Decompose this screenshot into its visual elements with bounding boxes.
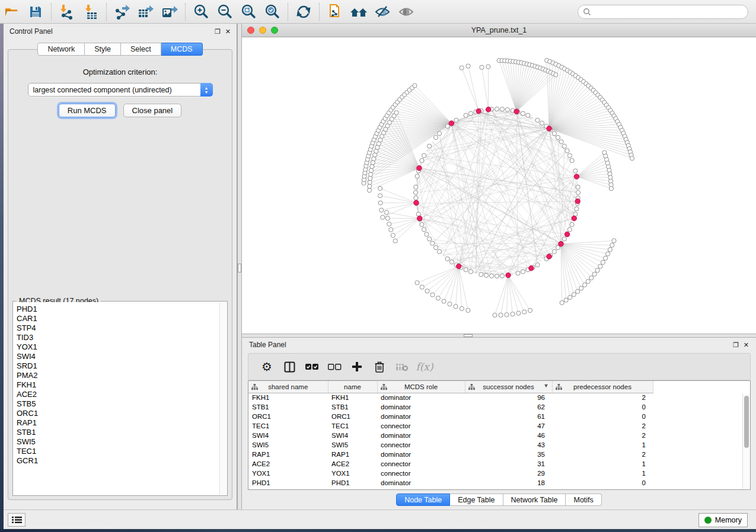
- search-input[interactable]: [591, 8, 748, 16]
- table-cell[interactable]: 1: [552, 459, 653, 469]
- table-cell[interactable]: PHD1: [248, 478, 328, 488]
- table-cell[interactable]: SWI5: [328, 440, 377, 450]
- table-cell[interactable]: 35: [465, 450, 552, 459]
- table-cell[interactable]: YOX1: [328, 469, 377, 478]
- deselect-all-rows-icon[interactable]: [323, 363, 346, 371]
- table-cell[interactable]: SWI4: [248, 431, 328, 440]
- table-cell[interactable]: dominator: [377, 450, 465, 459]
- table-cell[interactable]: 2: [552, 421, 653, 431]
- table-cell[interactable]: ORC1: [328, 412, 377, 421]
- column-header-predecessor-nodes[interactable]: predecessor nodes: [552, 381, 653, 393]
- table-cell[interactable]: FKH1: [328, 393, 377, 402]
- table-cell[interactable]: connector: [377, 440, 465, 450]
- column-header-shared-name[interactable]: shared name: [248, 381, 328, 393]
- tab-node-table[interactable]: Node Table: [396, 493, 450, 506]
- tab-mcds[interactable]: MCDS: [161, 43, 203, 56]
- table-cell[interactable]: ACE2: [248, 459, 328, 469]
- table-cell[interactable]: PHD1: [328, 478, 377, 488]
- mcds-result-item[interactable]: SWI5: [17, 437, 219, 447]
- refresh-network-icon[interactable]: [294, 3, 314, 21]
- table-cell[interactable]: YOX1: [248, 469, 328, 478]
- table-cell[interactable]: 96: [465, 393, 552, 402]
- zoom-fit-icon[interactable]: [238, 3, 259, 21]
- network-canvas[interactable]: [242, 37, 756, 334]
- table-cell[interactable]: ACE2: [328, 459, 377, 469]
- table-options-gear-icon[interactable]: ⚙: [256, 360, 278, 374]
- table-row[interactable]: YOX1YOX1connector291: [248, 469, 741, 478]
- search-field[interactable]: [578, 5, 748, 19]
- table-cell[interactable]: dominator: [377, 393, 465, 402]
- table-cell[interactable]: 2: [552, 450, 653, 459]
- tab-edge-table[interactable]: Edge Table: [450, 493, 503, 506]
- tab-motifs[interactable]: Motifs: [566, 493, 601, 506]
- table-row[interactable]: ORC1ORC1dominator610: [248, 412, 741, 421]
- tab-style[interactable]: Style: [85, 43, 121, 56]
- import-network-icon[interactable]: [57, 3, 77, 21]
- table-cell[interactable]: 47: [465, 421, 552, 431]
- zoom-in-icon[interactable]: [191, 3, 211, 21]
- table-cell[interactable]: 1: [552, 440, 653, 450]
- table-scrollbar[interactable]: [742, 393, 750, 489]
- first-neighbors-icon[interactable]: [349, 3, 369, 21]
- mcds-result-item[interactable]: SWI4: [17, 352, 219, 361]
- table-row[interactable]: STB1STB1dominator620: [248, 402, 741, 412]
- zoom-selected-icon[interactable]: [262, 3, 282, 21]
- table-cell[interactable]: TEC1: [328, 421, 377, 431]
- import-table-icon[interactable]: [81, 3, 101, 21]
- show-columns-icon[interactable]: [278, 361, 301, 373]
- table-cell[interactable]: 0: [552, 402, 653, 412]
- table-cell[interactable]: 0: [552, 478, 653, 488]
- column-header-MCDS-role[interactable]: MCDS role: [377, 381, 465, 393]
- mcds-list-scrollbar[interactable]: [219, 302, 227, 495]
- mcds-result-item[interactable]: TID3: [17, 333, 219, 342]
- new-network-from-selection-icon[interactable]: [325, 3, 345, 21]
- splitter-grip[interactable]: [238, 264, 241, 273]
- table-cell[interactable]: 43: [465, 440, 552, 450]
- show-all-icon[interactable]: [396, 3, 416, 21]
- log-console-button[interactable]: [8, 513, 25, 527]
- table-cell[interactable]: dominator: [377, 412, 465, 421]
- export-table-icon[interactable]: [136, 3, 156, 21]
- mcds-result-item[interactable]: PHD1: [17, 305, 219, 314]
- table-cell[interactable]: STB1: [328, 402, 377, 412]
- mcds-result-item[interactable]: STB1: [17, 428, 219, 437]
- add-column-icon[interactable]: [346, 361, 368, 372]
- table-cell[interactable]: 29: [465, 469, 552, 478]
- tab-network-table[interactable]: Network Table: [503, 493, 566, 506]
- table-row[interactable]: PHD1PHD1dominator180: [248, 478, 741, 488]
- export-image-icon[interactable]: [160, 3, 180, 21]
- splitter-grip[interactable]: [464, 334, 473, 337]
- table-cell[interactable]: STB1: [248, 402, 328, 412]
- table-row[interactable]: FKH1FKH1dominator962: [248, 393, 741, 402]
- table-cell[interactable]: dominator: [377, 431, 465, 440]
- column-header-successor-nodes[interactable]: successor nodes▼: [465, 381, 552, 393]
- table-cell[interactable]: 18: [465, 478, 552, 488]
- table-cell[interactable]: dominator: [377, 402, 465, 412]
- table-row[interactable]: ACE2ACE2connector311: [248, 459, 741, 469]
- float-panel-icon[interactable]: ❐: [733, 342, 739, 348]
- table-cell[interactable]: SWI4: [328, 431, 377, 440]
- node-table[interactable]: shared namenameMCDS rolesuccessor nodes▼…: [248, 380, 751, 490]
- table-cell[interactable]: 1: [552, 469, 653, 478]
- zoom-out-icon[interactable]: [215, 3, 235, 21]
- table-cell[interactable]: connector: [377, 469, 465, 478]
- table-cell[interactable]: 2: [552, 431, 653, 440]
- table-cell[interactable]: 31: [465, 459, 552, 469]
- table-row[interactable]: SWI5SWI5connector431: [248, 440, 741, 450]
- table-cell[interactable]: ORC1: [248, 412, 328, 421]
- export-network-icon[interactable]: [112, 3, 132, 21]
- mcds-result-item[interactable]: STP4: [17, 323, 219, 333]
- save-session-icon[interactable]: [25, 3, 46, 21]
- table-cell[interactable]: connector: [377, 421, 465, 431]
- memory-button[interactable]: Memory: [698, 513, 748, 527]
- table-row[interactable]: RAP1RAP1dominator352: [248, 450, 741, 459]
- mcds-result-item[interactable]: CAR1: [17, 314, 219, 323]
- network-graph[interactable]: [242, 37, 756, 334]
- table-cell[interactable]: RAP1: [248, 450, 328, 459]
- delete-columns-icon[interactable]: [368, 361, 391, 373]
- mcds-result-item[interactable]: GCR1: [17, 456, 219, 466]
- network-window-titlebar[interactable]: YPA_prune.txt_1: [242, 24, 756, 37]
- table-cell[interactable]: FKH1: [248, 393, 328, 402]
- tab-select[interactable]: Select: [121, 43, 161, 56]
- column-header-name[interactable]: name: [328, 381, 377, 393]
